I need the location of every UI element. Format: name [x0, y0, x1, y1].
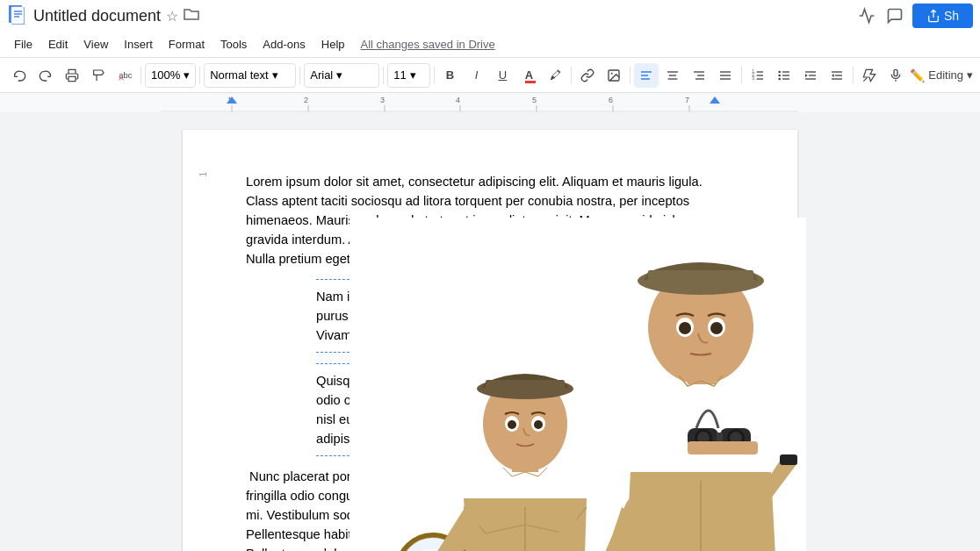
- share-button[interactable]: Sh: [912, 4, 973, 28]
- autosave-status: All changes saved in Drive: [361, 38, 495, 51]
- style-value: Normal text: [210, 68, 268, 82]
- voice-input-button[interactable]: [883, 63, 908, 88]
- highlight-button[interactable]: 🖍: [543, 63, 567, 88]
- redo-button[interactable]: [33, 63, 58, 88]
- text-color-button[interactable]: A: [516, 63, 541, 88]
- increase-indent-button[interactable]: [825, 63, 849, 88]
- menu-addons[interactable]: Add-ons: [256, 34, 312, 54]
- svg-text:2: 2: [304, 96, 308, 104]
- ruler: 1 2 3 4 5 6 7: [0, 93, 980, 112]
- unordered-list-button[interactable]: [772, 63, 796, 88]
- style-dropdown-icon: ▾: [272, 68, 278, 82]
- italic-button[interactable]: I: [464, 63, 488, 88]
- decrease-indent-button[interactable]: [798, 63, 823, 88]
- separator-7: [630, 67, 631, 84]
- editing-indicator[interactable]: ✏️ Editing ▾: [910, 68, 973, 82]
- svg-rect-44: [0, 93, 161, 112]
- paragraph-1: Lorem ipsum dolor sit amet, consectetur …: [246, 172, 734, 268]
- font-select[interactable]: Arial ▾: [304, 63, 379, 88]
- font-value: Arial: [310, 68, 333, 82]
- svg-text:3: 3: [380, 96, 385, 104]
- align-justify-button[interactable]: [713, 63, 738, 88]
- page-area[interactable]: 1 Lorem ipsum dolor sit amet, consectetu…: [0, 112, 980, 551]
- underline-button[interactable]: U: [490, 63, 515, 88]
- svg-rect-7: [68, 76, 76, 81]
- doc-icon: [7, 5, 28, 26]
- menu-help[interactable]: Help: [314, 34, 352, 54]
- indent-para-1-line2: purus. Donec quis elit convallis, bi: [316, 306, 734, 326]
- spellcheck-button[interactable]: abc: [112, 63, 137, 88]
- folder-icon[interactable]: [184, 8, 199, 24]
- zoom-dropdown-icon: ▾: [184, 68, 190, 82]
- toolbar: abc 100% ▾ Normal text ▾ Arial ▾ 11 ▾ B …: [0, 58, 980, 93]
- svg-text:4: 4: [456, 96, 460, 104]
- clear-formatting-button[interactable]: [857, 63, 882, 88]
- svg-rect-2: [11, 7, 24, 24]
- menu-view[interactable]: View: [76, 34, 115, 54]
- editing-label: Editing: [928, 68, 963, 82]
- svg-point-32: [779, 70, 782, 73]
- svg-point-10: [611, 72, 613, 74]
- editing-dropdown-icon: ▾: [967, 68, 973, 82]
- insert-link-button[interactable]: [575, 63, 600, 88]
- svg-rect-42: [894, 69, 897, 75]
- separator-2: [199, 67, 200, 84]
- indented-block-2: Quisque ut lorem ultrices, volutpat odio…: [316, 363, 734, 456]
- menu-tools[interactable]: Tools: [213, 34, 254, 54]
- indent-para-1-line1: Nam in blandit orci, eget suscipit sapie…: [316, 287, 734, 306]
- print-button[interactable]: [60, 63, 84, 88]
- paragraph-4: Nunc placerat porta nibh, at bibendum te…: [246, 467, 734, 551]
- font-size-value: 11: [393, 68, 406, 82]
- separator-8: [741, 67, 742, 84]
- indent-para-2-line2: odio odio, vel ornare quam condime: [316, 390, 734, 410]
- svg-line-41: [864, 77, 868, 81]
- document-title[interactable]: Untitled document: [33, 7, 161, 25]
- indented-block-1: Nam in blandit orci, eget suscipit sapie…: [316, 279, 734, 353]
- svg-rect-46: [798, 93, 980, 112]
- align-center-button[interactable]: [660, 63, 685, 88]
- separator-4: [383, 67, 384, 84]
- comments-icon[interactable]: [884, 5, 905, 26]
- svg-rect-45: [161, 93, 798, 112]
- align-right-button[interactable]: [687, 63, 711, 88]
- svg-point-34: [779, 77, 782, 80]
- star-icon[interactable]: ☆: [166, 8, 178, 25]
- indent-para-2-line1: Quisque ut lorem ultrices, volutpat: [316, 371, 734, 390]
- ordered-list-button[interactable]: 1.2.3.: [746, 63, 770, 88]
- menu-file[interactable]: File: [7, 34, 40, 54]
- indent-para-2-line4: adipiscing elit.: [316, 429, 734, 448]
- bold-button[interactable]: B: [437, 63, 462, 88]
- separator-3: [299, 67, 300, 84]
- font-size-dropdown-icon: ▾: [410, 68, 416, 82]
- svg-text:3.: 3.: [753, 76, 756, 81]
- undo-button[interactable]: [7, 63, 32, 88]
- separator-5: [434, 67, 435, 84]
- share-label: Sh: [944, 9, 959, 23]
- separator-1: [141, 67, 141, 84]
- svg-text:6: 6: [609, 96, 613, 104]
- menu-bar: File Edit View Insert Format Tools Add-o…: [0, 32, 980, 58]
- font-dropdown-icon: ▾: [336, 68, 342, 82]
- style-select[interactable]: Normal text ▾: [204, 63, 296, 88]
- document-page: 1 Lorem ipsum dolor sit amet, consectetu…: [183, 130, 797, 551]
- zoom-select[interactable]: 100% ▾: [145, 63, 196, 88]
- svg-point-33: [779, 74, 782, 76]
- svg-text:7: 7: [685, 96, 689, 104]
- menu-format[interactable]: Format: [162, 34, 212, 54]
- svg-rect-89: [780, 454, 797, 465]
- zoom-value: 100%: [151, 68, 180, 82]
- pencil-icon: ✏️: [910, 68, 925, 82]
- menu-edit[interactable]: Edit: [41, 34, 75, 54]
- menu-insert[interactable]: Insert: [117, 34, 160, 54]
- separator-6: [571, 67, 572, 84]
- svg-text:5: 5: [532, 96, 537, 104]
- separator-9: [853, 67, 854, 84]
- align-left-button[interactable]: [634, 63, 659, 88]
- font-size-select[interactable]: 11 ▾: [387, 63, 429, 88]
- indent-para-2-line3: nisl eu, mattis vulputate ligula. Lorer: [316, 410, 734, 429]
- title-bar: Untitled document ☆ Sh: [0, 0, 980, 32]
- activity-icon[interactable]: [856, 5, 877, 26]
- top-right-actions: Sh: [856, 4, 973, 28]
- format-paint-button[interactable]: [86, 63, 111, 88]
- insert-image-button[interactable]: [602, 63, 626, 88]
